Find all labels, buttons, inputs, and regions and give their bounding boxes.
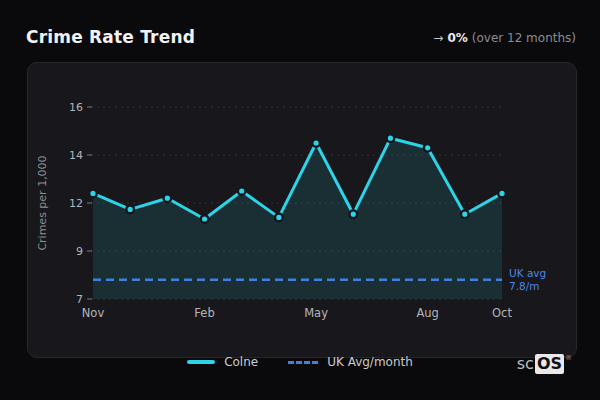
svg-text:Aug: Aug: [416, 306, 438, 320]
svg-text:14: 14: [69, 149, 83, 162]
crime-trend-chart: 79121416Crimes per 1,000NovFebMayAugOctU…: [28, 63, 576, 357]
legend-label: Colne: [224, 355, 258, 369]
chart-card: 79121416Crimes per 1,000NovFebMayAugOctU…: [27, 62, 577, 358]
svg-text:Nov: Nov: [82, 306, 105, 320]
legend-item-colne[interactable]: Colne: [187, 355, 258, 369]
chart-legend: Colne UK Avg/month: [0, 355, 600, 369]
legend-item-uk-avg[interactable]: UK Avg/month: [288, 355, 413, 369]
registered-trademark-icon: ®: [565, 354, 572, 362]
page-title: Crime Rate Trend: [26, 27, 195, 47]
svg-text:UK avg: UK avg: [509, 267, 546, 279]
svg-text:7.8/m: 7.8/m: [509, 280, 539, 292]
dashed-line-swatch-icon: [288, 361, 318, 364]
trend-value: 0%: [447, 31, 467, 45]
trend-indicator: →0%(over 12 months): [433, 31, 576, 45]
legend-label: UK Avg/month: [327, 355, 413, 369]
svg-text:12: 12: [69, 197, 83, 210]
svg-text:Crimes per 1,000: Crimes per 1,000: [36, 155, 49, 250]
svg-text:16: 16: [69, 101, 83, 114]
trend-arrow-icon: →: [433, 31, 443, 45]
crime-trend-page: Crime Rate Trend →0%(over 12 months) 791…: [0, 0, 600, 400]
solid-line-swatch-icon: [187, 360, 215, 364]
svg-text:May: May: [304, 306, 328, 320]
svg-text:9: 9: [76, 245, 83, 258]
svg-text:7: 7: [76, 293, 83, 306]
trend-period: (over 12 months): [472, 31, 576, 45]
svg-text:Feb: Feb: [194, 306, 214, 320]
logo-prefix: sc: [517, 354, 534, 374]
logo-suffix: OS: [535, 354, 564, 374]
scos-logo: scOS®: [517, 354, 572, 374]
svg-text:Oct: Oct: [492, 306, 512, 320]
